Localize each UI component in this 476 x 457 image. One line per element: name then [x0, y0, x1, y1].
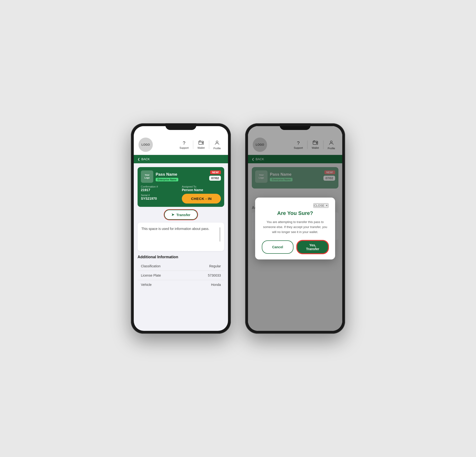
svg-rect-1: [202, 143, 203, 144]
table-row: Classification Regular: [137, 262, 224, 271]
modal-close-row: CLOSE ✕: [262, 203, 329, 208]
nav-profile-1[interactable]: Profile: [211, 139, 223, 151]
wallet-icon-1: [198, 140, 204, 146]
transfer-label-1: Transfer: [176, 213, 190, 217]
pass-details-1: Confirmation # 21917 Assigned To: Person…: [141, 185, 221, 203]
phone-notch: [165, 123, 196, 130]
row-key: License Plate: [141, 273, 161, 277]
pass-name-section-1: Pass Name Enterprise Name: [156, 172, 178, 181]
header-nav-1: ? Support: [177, 139, 223, 151]
phone-screen-2: LOGO ? Support: [248, 126, 342, 331]
modal-overlay[interactable]: CLOSE ✕ Are You Sure? You are attempting…: [248, 126, 342, 331]
transfer-button-1[interactable]: ➤ Transfer: [164, 210, 197, 220]
back-label-1: BACK: [141, 157, 150, 161]
checkin-section-1[interactable]: CHECK - IN: [182, 194, 221, 203]
conf-value-1: 21917: [141, 188, 180, 192]
support-icon-1: ?: [183, 140, 185, 146]
assigned-section-1: Assigned To: Person Name: [182, 185, 221, 192]
row-val: Regular: [209, 264, 221, 268]
phone-screen-1: LOGO ? Support: [134, 126, 228, 331]
assigned-value-1: Person Name: [182, 188, 221, 192]
new-badge-1: NEW!: [210, 170, 221, 174]
serial-value-1: SYS21970: [141, 197, 180, 200]
pass-logo-name-1: Your Logo Pass Name Enterprise Name: [141, 170, 178, 183]
modal-confirm-button[interactable]: Yes, Transfer: [297, 240, 328, 254]
additional-section-1: Additional Information Classification Re…: [137, 255, 224, 289]
back-arrow-1: ❮: [137, 158, 140, 161]
info-box-1: This space is used for information about…: [137, 222, 224, 251]
modal-title: Are You Sure?: [262, 210, 329, 216]
date-badge-1: 07/02: [209, 176, 221, 181]
assigned-label-1: Assigned To:: [182, 185, 221, 188]
row-key: Vehicle: [141, 283, 152, 287]
serial-section-1: Serial # SYS21970: [141, 194, 180, 203]
nav-divider-2: [209, 140, 209, 149]
confirmation-section-1: Confirmation # 21917: [141, 185, 180, 192]
info-table-1: Classification Regular License Plate 573…: [137, 262, 224, 289]
conf-label-1: Confirmation #: [141, 185, 180, 188]
profile-label-1: Profile: [213, 147, 221, 150]
transfer-container-1: ➤ Transfer: [137, 210, 224, 220]
modal-cancel-button[interactable]: Cancel: [262, 240, 293, 254]
nav-support-1[interactable]: ? Support: [177, 139, 191, 150]
pass-logo-img-1: Your Logo: [141, 170, 153, 183]
enterprise-badge-1: Enterprise Name: [156, 178, 178, 181]
serial-label-1: Serial #: [141, 194, 180, 197]
nav-wallet-1[interactable]: Wallet: [195, 139, 207, 150]
page-container: LOGO ? Support: [131, 123, 345, 334]
close-label: CLOSE: [314, 204, 324, 207]
app-header-1: LOGO ? Support: [134, 126, 228, 155]
modal-text: You are attempting to transfer this pass…: [262, 220, 329, 235]
modal-actions: Cancel Yes, Transfer: [262, 240, 329, 254]
logo-1: LOGO: [138, 138, 153, 152]
phone-1: LOGO ? Support: [131, 123, 231, 334]
info-text-1: This space is used for information about…: [141, 226, 218, 231]
table-row: License Plate 5730033: [137, 271, 224, 280]
close-x-icon: ✕: [325, 204, 328, 207]
pass-card-header-1: Your Logo Pass Name Enterprise Name NEW!…: [141, 170, 221, 183]
row-val: Honda: [211, 283, 221, 287]
svg-point-2: [216, 141, 218, 143]
support-label-1: Support: [179, 146, 189, 149]
checkin-button-1[interactable]: CHECK - IN: [182, 194, 221, 203]
modal-close-button[interactable]: CLOSE ✕: [314, 203, 328, 208]
scroll-bar-1[interactable]: [220, 227, 220, 242]
pass-card-1: Your Logo Pass Name Enterprise Name NEW!…: [137, 167, 224, 207]
transfer-icon-1: ➤: [171, 212, 174, 217]
additional-title-1: Additional Information: [137, 255, 224, 259]
nav-divider-1: [193, 140, 193, 149]
modal-box: CLOSE ✕ Are You Sure? You are attempting…: [255, 198, 335, 259]
table-row: Vehicle Honda: [137, 280, 224, 289]
pass-card-right-1: NEW! 07/02: [209, 170, 221, 181]
row-key: Classification: [141, 264, 161, 268]
back-bar-1[interactable]: ❮ BACK: [134, 155, 228, 163]
pass-name-1: Pass Name: [156, 172, 178, 177]
wallet-label-1: Wallet: [197, 146, 205, 149]
row-val: 5730033: [208, 273, 221, 277]
profile-icon-1: [214, 140, 220, 146]
phone-2: LOGO ? Support: [245, 123, 345, 334]
